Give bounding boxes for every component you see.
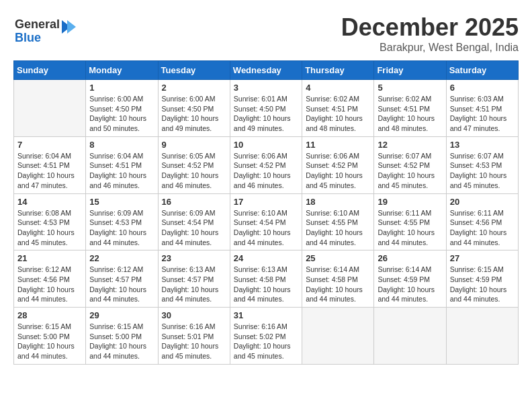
calendar-cell: 25Sunrise: 6:14 AMSunset: 4:58 PMDayligh… (302, 250, 374, 308)
calendar-cell: 6Sunrise: 6:03 AMSunset: 4:51 PMDaylight… (446, 80, 518, 137)
day-number: 17 (234, 197, 298, 207)
calendar-cell: 11Sunrise: 6:06 AMSunset: 4:52 PMDayligh… (302, 136, 374, 193)
weekday-header-row: SundayMondayTuesdayWednesdayThursdayFrid… (14, 61, 519, 80)
calendar-cell: 21Sunrise: 6:12 AMSunset: 4:56 PMDayligh… (14, 250, 86, 308)
calendar-cell: 27Sunrise: 6:15 AMSunset: 4:59 PMDayligh… (446, 250, 518, 308)
day-info: Sunrise: 6:04 AMSunset: 4:51 PMDaylight:… (89, 151, 154, 191)
day-number: 28 (17, 310, 82, 320)
calendar-cell: 12Sunrise: 6:07 AMSunset: 4:52 PMDayligh… (374, 136, 446, 193)
calendar-cell: 28Sunrise: 6:15 AMSunset: 5:00 PMDayligh… (14, 308, 86, 365)
day-number: 23 (162, 253, 226, 263)
day-info: Sunrise: 6:10 AMSunset: 4:55 PMDaylight:… (306, 208, 370, 248)
calendar-cell: 19Sunrise: 6:11 AMSunset: 4:55 PMDayligh… (374, 193, 446, 250)
calendar-cell: 26Sunrise: 6:14 AMSunset: 4:59 PMDayligh… (374, 250, 446, 308)
day-info: Sunrise: 6:05 AMSunset: 4:52 PMDaylight:… (162, 151, 226, 191)
day-number: 22 (89, 253, 154, 263)
svg-text:Blue: Blue (15, 31, 41, 44)
day-number: 2 (162, 83, 226, 93)
day-number: 7 (17, 140, 82, 150)
day-number: 16 (162, 197, 226, 207)
calendar-cell: 7Sunrise: 6:04 AMSunset: 4:51 PMDaylight… (14, 136, 86, 193)
calendar-cell: 1Sunrise: 6:00 AMSunset: 4:50 PMDaylight… (86, 80, 158, 137)
calendar-cell: 10Sunrise: 6:06 AMSunset: 4:52 PMDayligh… (230, 136, 302, 193)
calendar-cell: 23Sunrise: 6:13 AMSunset: 4:57 PMDayligh… (158, 250, 230, 308)
day-info: Sunrise: 6:01 AMSunset: 4:50 PMDaylight:… (234, 94, 298, 134)
weekday-header-thursday: Thursday (302, 61, 374, 80)
day-number: 18 (306, 197, 370, 207)
day-info: Sunrise: 6:16 AMSunset: 5:02 PMDaylight:… (234, 322, 298, 361)
calendar-cell: 29Sunrise: 6:15 AMSunset: 5:00 PMDayligh… (86, 308, 158, 365)
calendar-cell: 31Sunrise: 6:16 AMSunset: 5:02 PMDayligh… (230, 308, 302, 365)
day-info: Sunrise: 6:07 AMSunset: 4:52 PMDaylight:… (378, 151, 442, 191)
day-info: Sunrise: 6:15 AMSunset: 5:00 PMDaylight:… (89, 322, 154, 361)
calendar-title: December 2025 (341, 13, 519, 42)
title-area: December 2025 Barakpur, West Bengal, Ind… (341, 13, 519, 54)
day-number: 13 (450, 140, 515, 150)
day-number: 3 (234, 83, 298, 93)
day-number: 1 (89, 83, 154, 93)
day-number: 24 (234, 253, 298, 263)
day-info: Sunrise: 6:02 AMSunset: 4:51 PMDaylight:… (378, 94, 442, 134)
day-number: 31 (234, 310, 298, 320)
calendar-cell: 9Sunrise: 6:05 AMSunset: 4:52 PMDaylight… (158, 136, 230, 193)
day-info: Sunrise: 6:09 AMSunset: 4:53 PMDaylight:… (89, 208, 154, 248)
logo-area: General Blue (13, 13, 81, 50)
weekday-header-saturday: Saturday (446, 61, 518, 80)
day-info: Sunrise: 6:14 AMSunset: 4:59 PMDaylight:… (378, 265, 442, 304)
day-number: 10 (234, 140, 298, 150)
day-number: 15 (89, 197, 154, 207)
weekday-header-monday: Monday (86, 61, 158, 80)
day-info: Sunrise: 6:14 AMSunset: 4:58 PMDaylight:… (306, 265, 370, 304)
day-number: 14 (17, 197, 82, 207)
day-number: 19 (378, 197, 442, 207)
day-number: 4 (306, 83, 370, 93)
day-info: Sunrise: 6:16 AMSunset: 5:01 PMDaylight:… (162, 322, 226, 361)
calendar-cell (446, 308, 518, 365)
day-number: 26 (378, 253, 442, 263)
day-info: Sunrise: 6:11 AMSunset: 4:55 PMDaylight:… (378, 208, 442, 248)
calendar-cell: 18Sunrise: 6:10 AMSunset: 4:55 PMDayligh… (302, 193, 374, 250)
week-row-2: 7Sunrise: 6:04 AMSunset: 4:51 PMDaylight… (14, 136, 519, 193)
calendar-cell: 22Sunrise: 6:12 AMSunset: 4:57 PMDayligh… (86, 250, 158, 308)
logo: General Blue (13, 13, 81, 50)
calendar-cell: 8Sunrise: 6:04 AMSunset: 4:51 PMDaylight… (86, 136, 158, 193)
week-row-3: 14Sunrise: 6:08 AMSunset: 4:53 PMDayligh… (14, 193, 519, 250)
calendar-cell: 20Sunrise: 6:11 AMSunset: 4:56 PMDayligh… (446, 193, 518, 250)
calendar-cell: 13Sunrise: 6:07 AMSunset: 4:53 PMDayligh… (446, 136, 518, 193)
calendar-cell: 16Sunrise: 6:09 AMSunset: 4:54 PMDayligh… (158, 193, 230, 250)
day-number: 8 (89, 140, 154, 150)
day-info: Sunrise: 6:15 AMSunset: 4:59 PMDaylight:… (450, 265, 515, 304)
day-number: 20 (450, 197, 515, 207)
header: General Blue December 2025 Barakpur, Wes… (13, 13, 519, 54)
day-number: 11 (306, 140, 370, 150)
day-info: Sunrise: 6:08 AMSunset: 4:53 PMDaylight:… (17, 208, 82, 248)
day-info: Sunrise: 6:07 AMSunset: 4:53 PMDaylight:… (450, 151, 515, 191)
day-number: 27 (450, 253, 515, 263)
day-info: Sunrise: 6:06 AMSunset: 4:52 PMDaylight:… (234, 151, 298, 191)
calendar-body: 1Sunrise: 6:00 AMSunset: 4:50 PMDaylight… (14, 80, 519, 365)
calendar-cell: 5Sunrise: 6:02 AMSunset: 4:51 PMDaylight… (374, 80, 446, 137)
day-number: 12 (378, 140, 442, 150)
day-info: Sunrise: 6:02 AMSunset: 4:51 PMDaylight:… (306, 94, 370, 134)
calendar-cell: 24Sunrise: 6:13 AMSunset: 4:58 PMDayligh… (230, 250, 302, 308)
calendar-cell: 3Sunrise: 6:01 AMSunset: 4:50 PMDaylight… (230, 80, 302, 137)
week-row-5: 28Sunrise: 6:15 AMSunset: 5:00 PMDayligh… (14, 308, 519, 365)
day-info: Sunrise: 6:04 AMSunset: 4:51 PMDaylight:… (17, 151, 82, 191)
weekday-header-sunday: Sunday (14, 61, 86, 80)
weekday-header-tuesday: Tuesday (158, 61, 230, 80)
weekday-header-wednesday: Wednesday (230, 61, 302, 80)
day-info: Sunrise: 6:12 AMSunset: 4:56 PMDaylight:… (17, 265, 82, 304)
calendar-table: SundayMondayTuesdayWednesdayThursdayFrid… (13, 60, 519, 365)
week-row-1: 1Sunrise: 6:00 AMSunset: 4:50 PMDaylight… (14, 80, 519, 137)
svg-text:General: General (15, 17, 60, 31)
calendar-cell: 30Sunrise: 6:16 AMSunset: 5:01 PMDayligh… (158, 308, 230, 365)
day-info: Sunrise: 6:00 AMSunset: 4:50 PMDaylight:… (89, 94, 154, 134)
day-number: 29 (89, 310, 154, 320)
day-number: 21 (17, 253, 82, 263)
day-info: Sunrise: 6:12 AMSunset: 4:57 PMDaylight:… (89, 265, 154, 304)
day-info: Sunrise: 6:11 AMSunset: 4:56 PMDaylight:… (450, 208, 515, 248)
day-number: 5 (378, 83, 442, 93)
day-info: Sunrise: 6:06 AMSunset: 4:52 PMDaylight:… (306, 151, 370, 191)
week-row-4: 21Sunrise: 6:12 AMSunset: 4:56 PMDayligh… (14, 250, 519, 308)
day-number: 25 (306, 253, 370, 263)
